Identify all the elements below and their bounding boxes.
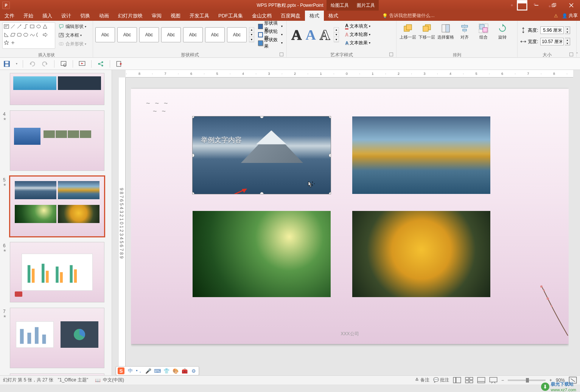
height-spinner[interactable]: ▲▼ [565, 26, 570, 34]
tab-developer[interactable]: 开发工具 [185, 11, 214, 21]
width-spinner[interactable]: ▲▼ [565, 38, 570, 45]
resize-handle-e[interactable] [329, 153, 331, 157]
shape-free-line-icon[interactable] [29, 32, 35, 38]
spin-down-icon[interactable]: ▼ [565, 30, 570, 34]
width-input[interactable] [540, 38, 564, 45]
thumbnail-5[interactable]: 5★ [0, 175, 112, 240]
thumb-slide-4[interactable] [10, 110, 104, 171]
slide-canvas[interactable]: ~ ~ ~ ~ ~ 举例文字内容 ↻ [131, 89, 569, 344]
warning-icon[interactable]: ⚠ [554, 13, 558, 19]
shape-style-7[interactable]: Abc [227, 27, 247, 42]
status-language[interactable]: 中文(中国) [103, 377, 124, 383]
thumb-slide-6[interactable] [10, 242, 104, 302]
drawing-tools-tab[interactable]: 绘图工具 [327, 0, 353, 11]
ime-person-icon[interactable]: 👕 [163, 367, 170, 374]
ime-toolbar[interactable]: S 中 •， 🎤 ⌨ 👕 🎨 🧰 ⚙ [116, 366, 199, 375]
spell-check-icon[interactable]: 📖 [95, 378, 101, 383]
wordart-style-2[interactable]: A [305, 26, 316, 43]
ime-punct-button[interactable]: •， [136, 367, 143, 374]
ime-toolbox-icon[interactable]: 🧰 [181, 367, 188, 374]
thumb-slide-5-selected[interactable] [10, 176, 104, 237]
maximize-button[interactable] [545, 0, 563, 11]
collapse-ribbon-icon[interactable]: ⌃ [575, 52, 578, 56]
shape-oval-icon[interactable] [36, 23, 42, 29]
tab-format-picture[interactable]: 格式 [324, 11, 343, 21]
height-input[interactable] [540, 26, 564, 34]
text-outline-button[interactable]: A 文本轮廓 ▾ [344, 31, 372, 39]
tab-transitions[interactable]: 切换 [76, 11, 95, 21]
tab-animations[interactable]: 动画 [95, 11, 114, 21]
shape-style-gallery[interactable]: Abc Abc Abc Abc Abc Abc Abc ▴ ▾ ▾ [95, 22, 254, 47]
ime-skin-icon[interactable]: 🎨 [172, 367, 179, 374]
wordart-style-3[interactable]: A [320, 26, 330, 43]
tab-slideshow[interactable]: 幻灯片放映 [114, 11, 147, 21]
align-button[interactable]: 对齐 [456, 22, 474, 41]
ime-cn-button[interactable]: 中 [127, 367, 134, 374]
close-button[interactable] [563, 0, 580, 11]
text-effects-button[interactable]: A 文本效果 ▾ [344, 39, 372, 47]
send-backward-button[interactable]: 下移一层 [418, 22, 436, 41]
thumbnail-7[interactable]: 7★ [0, 306, 112, 372]
zoom-slider[interactable] [508, 380, 546, 381]
slideshow-view-button[interactable] [489, 377, 498, 384]
thumbnail-6[interactable]: 6★ [0, 240, 112, 306]
thumb-slide-7[interactable] [10, 308, 104, 368]
print-preview-button[interactable] [60, 60, 67, 68]
shape-textbox-icon[interactable] [3, 23, 9, 29]
image-caption[interactable]: 举例文字内容 [201, 135, 242, 144]
tell-me-search[interactable]: 💡 告诉我您想要做什么… [382, 12, 435, 19]
edit-shape-button[interactable]: 编辑形状 ▾ [57, 22, 88, 31]
reading-view-button[interactable] [477, 377, 485, 384]
wordart-gallery[interactable]: A A A ▴ ▾ ▾ [289, 22, 341, 47]
text-box-button[interactable]: A 文本框 ▾ [57, 31, 88, 39]
shape-style-6[interactable]: Abc [205, 27, 225, 42]
undo-button[interactable] [28, 60, 36, 68]
gallery-up-icon[interactable]: ▴ [334, 28, 339, 33]
horizontal-ruler[interactable]: 16 · 15 · 14 · 13 · 12 · 11 · 10 · 9 · 8… [126, 70, 573, 77]
comments-button[interactable]: 💬 批注 [433, 377, 449, 383]
redo-button[interactable] [41, 60, 49, 68]
tab-jinshan-docs[interactable]: 金山文档 [247, 11, 276, 21]
vertical-ruler[interactable]: 9 8 7 6 5 4 3 2 1 0 1 2 3 4 5 6 7 8 9 [119, 77, 126, 369]
resize-handle-se[interactable] [329, 192, 331, 194]
shape-connector-icon[interactable] [23, 23, 29, 29]
selection-pane-button[interactable]: 选择窗格 [437, 22, 455, 41]
zoom-slider-thumb[interactable] [526, 378, 529, 383]
shape-style-nav[interactable]: ▴ ▾ ▾ [249, 27, 254, 42]
ime-settings-icon[interactable]: ⚙ [190, 367, 197, 374]
shape-parallelogram-icon[interactable] [10, 32, 16, 38]
shape-style-5[interactable]: Abc [183, 27, 203, 42]
shape-rounded-rect-icon[interactable] [16, 32, 22, 38]
shape-star-icon[interactable] [3, 40, 9, 46]
shape-arrow-icon[interactable] [42, 32, 48, 38]
minimize-button[interactable] [528, 0, 545, 11]
tab-format-drawing[interactable]: 格式 [305, 11, 324, 21]
tab-file[interactable]: 文件 [0, 11, 19, 21]
tab-home[interactable]: 开始 [19, 11, 38, 21]
gallery-more-icon[interactable]: ▾ [334, 37, 339, 42]
thumbnail-4[interactable]: 4★ [0, 109, 112, 175]
export-button[interactable] [115, 60, 123, 68]
spin-down-icon[interactable]: ▼ [565, 42, 570, 45]
slide-image-leaves[interactable] [193, 211, 331, 297]
ime-mic-icon[interactable]: 🎤 [145, 367, 152, 374]
thumbnail-8[interactable]: 8★ [0, 372, 112, 375]
shapes-gallery[interactable] [2, 22, 55, 49]
shape-style-2[interactable]: Abc [117, 27, 137, 42]
wordart-nav[interactable]: ▴ ▾ ▾ [334, 27, 339, 42]
share-button[interactable]: 👤 共享 [562, 12, 578, 19]
slide-canvas-viewport[interactable]: ~ ~ ~ ~ ~ 举例文字内容 ↻ [131, 81, 569, 368]
picture-tools-tab[interactable]: 图片工具 [353, 0, 379, 11]
wordart-style-1[interactable]: A [291, 26, 302, 43]
ime-keyboard-icon[interactable]: ⌨ [154, 367, 161, 374]
shape-style-1[interactable]: Abc [95, 27, 115, 42]
sogou-icon[interactable]: S [118, 367, 124, 374]
shape-triangle-icon[interactable] [42, 23, 48, 29]
shape-right-triangle-icon[interactable] [3, 32, 9, 38]
zoom-out-button[interactable]: − [501, 378, 504, 383]
gallery-down-icon[interactable]: ▾ [334, 33, 339, 37]
share-this-button[interactable] [97, 60, 104, 68]
slide-image-lake[interactable] [352, 116, 490, 194]
slide-sorter-button[interactable] [465, 377, 473, 384]
thumb-slide-3[interactable] [10, 73, 104, 105]
